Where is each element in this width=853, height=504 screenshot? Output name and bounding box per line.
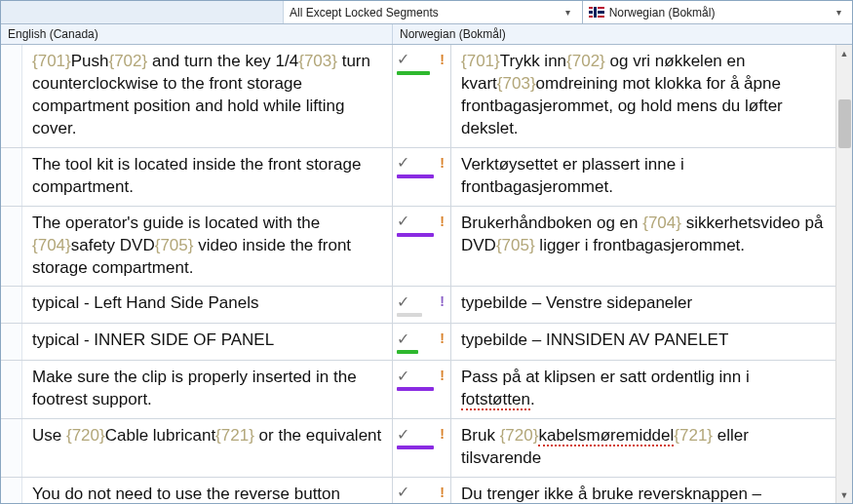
warning-icon: ! xyxy=(440,213,445,231)
segment-row[interactable]: typical - INNER SIDE OF PANEL✓!typebilde… xyxy=(1,324,835,361)
source-cell[interactable]: typical - INNER SIDE OF PANEL xyxy=(22,324,393,360)
status-bar xyxy=(397,387,434,391)
target-cell[interactable]: Verktøysettet er plassert inne i frontba… xyxy=(451,148,835,206)
source-cell[interactable]: Make sure the clip is properly inserted … xyxy=(22,361,393,418)
row-gutter xyxy=(1,207,22,287)
row-gutter xyxy=(1,361,22,418)
warning-icon: ! xyxy=(440,292,445,311)
row-gutter xyxy=(1,419,22,477)
segment-row[interactable]: The operator's guide is located with the… xyxy=(1,207,835,288)
warning-icon: ! xyxy=(440,484,445,502)
status-cell: ✓! xyxy=(393,361,451,418)
source-cell[interactable]: Use {720}Cable lubricant{721} or the equ… xyxy=(22,419,393,477)
target-cell[interactable]: Bruk {720}kabelsmøremiddel{721} eller ti… xyxy=(451,419,835,477)
grid-scroll-area: {701}Push{702} and turn the key 1/4{703}… xyxy=(1,45,852,503)
source-cell[interactable]: You do not need to use the reverse butto… xyxy=(22,478,393,503)
check-icon: ✓ xyxy=(397,213,409,229)
status-cell: ✓! xyxy=(393,419,451,477)
source-cell[interactable]: The operator's guide is located with the… xyxy=(22,207,393,287)
target-cell[interactable]: Brukerhåndboken og en {704} sikkerhetsvi… xyxy=(451,207,835,287)
top-toolbar: All Except Locked Segments ▾ Norwegian (… xyxy=(1,1,852,24)
scroll-down-icon[interactable]: ▼ xyxy=(836,486,852,503)
vertical-scrollbar[interactable]: ▲ ▼ xyxy=(835,45,852,503)
column-headers: English (Canada) Norwegian (Bokmål) xyxy=(1,24,852,45)
segment-row[interactable]: Use {720}Cable lubricant{721} or the equ… xyxy=(1,419,835,478)
check-icon: ✓ xyxy=(397,427,409,443)
source-cell[interactable]: {701}Push{702} and turn the key 1/4{703}… xyxy=(22,45,393,147)
scrollbar-thumb[interactable] xyxy=(838,99,851,148)
status-cell: ✓! xyxy=(393,478,451,503)
check-icon: ✓ xyxy=(397,294,409,310)
warning-icon: ! xyxy=(440,330,445,348)
warning-icon: ! xyxy=(440,154,445,173)
flag-norway-icon xyxy=(589,7,604,18)
toolbar-spacer xyxy=(1,1,284,23)
status-bar xyxy=(397,174,434,178)
chevron-down-icon: ▾ xyxy=(831,7,846,18)
target-cell[interactable]: typebilde – INNSIDEN AV PANELET xyxy=(451,324,835,360)
warning-icon: ! xyxy=(440,425,445,444)
warning-icon: ! xyxy=(440,367,445,385)
segment-rows: {701}Push{702} and turn the key 1/4{703}… xyxy=(1,45,835,503)
target-cell[interactable]: typebilde – Venstre sidepaneler xyxy=(451,287,835,323)
check-icon: ✓ xyxy=(397,368,409,384)
target-cell[interactable]: Pass på at klipsen er satt ordentlig inn… xyxy=(451,361,835,418)
check-icon: ✓ xyxy=(397,52,409,67)
status-cell: ✓! xyxy=(393,324,451,360)
filter-value: All Except Locked Segments xyxy=(290,6,439,19)
status-cell: ✓! xyxy=(393,207,451,287)
segment-row[interactable]: You do not need to use the reverse butto… xyxy=(1,478,835,503)
check-icon: ✓ xyxy=(397,331,409,347)
status-cell: ✓! xyxy=(393,287,451,323)
segment-row[interactable]: typical - Left Hand Side Panels✓!typebil… xyxy=(1,287,835,324)
header-target: Norwegian (Bokmål) xyxy=(393,24,852,44)
segment-row[interactable]: Make sure the clip is properly inserted … xyxy=(1,361,835,419)
check-icon: ✓ xyxy=(397,155,409,171)
row-gutter xyxy=(1,148,22,206)
language-dropdown[interactable]: Norwegian (Bokmål) ▾ xyxy=(583,1,852,23)
status-cell: ✓! xyxy=(393,45,451,147)
status-bar xyxy=(397,350,418,354)
segment-row[interactable]: {701}Push{702} and turn the key 1/4{703}… xyxy=(1,45,835,148)
editor-window: All Except Locked Segments ▾ Norwegian (… xyxy=(0,0,853,504)
source-cell[interactable]: typical - Left Hand Side Panels xyxy=(22,287,393,323)
warning-icon: ! xyxy=(440,51,445,69)
status-bar xyxy=(397,313,422,317)
target-cell[interactable]: Du trenger ikke å bruke reversknappen – xyxy=(451,478,835,503)
status-bar xyxy=(397,446,434,449)
segment-row[interactable]: The tool kit is located inside the front… xyxy=(1,148,835,207)
row-gutter xyxy=(1,45,22,147)
source-cell[interactable]: The tool kit is located inside the front… xyxy=(22,148,393,206)
filter-dropdown[interactable]: All Except Locked Segments ▾ xyxy=(284,1,583,23)
row-gutter xyxy=(1,324,22,360)
chevron-down-icon: ▾ xyxy=(561,7,576,18)
row-gutter xyxy=(1,287,22,323)
status-bar xyxy=(397,71,430,75)
status-bar xyxy=(397,233,434,237)
language-value: Norwegian (Bokmål) xyxy=(609,6,716,19)
header-source: English (Canada) xyxy=(1,24,393,44)
scroll-up-icon[interactable]: ▲ xyxy=(836,45,852,61)
target-cell[interactable]: {701}Trykk inn{702} og vri nøkkelen en k… xyxy=(451,45,835,147)
row-gutter xyxy=(1,478,22,503)
status-cell: ✓! xyxy=(393,148,451,206)
check-icon: ✓ xyxy=(397,485,409,500)
